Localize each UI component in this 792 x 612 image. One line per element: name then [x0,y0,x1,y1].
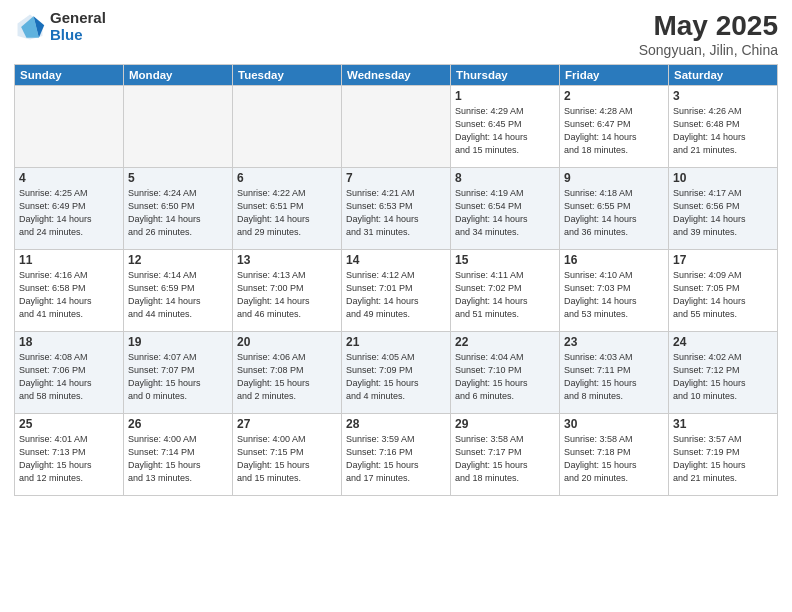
table-row: 29Sunrise: 3:58 AM Sunset: 7:17 PM Dayli… [451,414,560,496]
col-saturday: Saturday [669,65,778,86]
day-number: 26 [128,417,228,431]
day-info: Sunrise: 4:00 AM Sunset: 7:14 PM Dayligh… [128,433,228,485]
logo-icon [14,11,46,43]
table-row [15,86,124,168]
day-info: Sunrise: 4:16 AM Sunset: 6:58 PM Dayligh… [19,269,119,321]
table-row: 8Sunrise: 4:19 AM Sunset: 6:54 PM Daylig… [451,168,560,250]
table-row: 4Sunrise: 4:25 AM Sunset: 6:49 PM Daylig… [15,168,124,250]
day-number: 19 [128,335,228,349]
day-info: Sunrise: 4:24 AM Sunset: 6:50 PM Dayligh… [128,187,228,239]
day-info: Sunrise: 4:02 AM Sunset: 7:12 PM Dayligh… [673,351,773,403]
title-month: May 2025 [639,10,778,42]
calendar-week-3: 11Sunrise: 4:16 AM Sunset: 6:58 PM Dayli… [15,250,778,332]
calendar-header-row: Sunday Monday Tuesday Wednesday Thursday… [15,65,778,86]
calendar-week-1: 1Sunrise: 4:29 AM Sunset: 6:45 PM Daylig… [15,86,778,168]
col-thursday: Thursday [451,65,560,86]
day-number: 1 [455,89,555,103]
day-info: Sunrise: 4:07 AM Sunset: 7:07 PM Dayligh… [128,351,228,403]
table-row: 18Sunrise: 4:08 AM Sunset: 7:06 PM Dayli… [15,332,124,414]
day-number: 22 [455,335,555,349]
day-info: Sunrise: 4:19 AM Sunset: 6:54 PM Dayligh… [455,187,555,239]
table-row: 31Sunrise: 3:57 AM Sunset: 7:19 PM Dayli… [669,414,778,496]
table-row: 13Sunrise: 4:13 AM Sunset: 7:00 PM Dayli… [233,250,342,332]
table-row: 7Sunrise: 4:21 AM Sunset: 6:53 PM Daylig… [342,168,451,250]
day-info: Sunrise: 4:09 AM Sunset: 7:05 PM Dayligh… [673,269,773,321]
title-location: Songyuan, Jilin, China [639,42,778,58]
table-row: 12Sunrise: 4:14 AM Sunset: 6:59 PM Dayli… [124,250,233,332]
logo: General Blue [14,10,106,43]
day-info: Sunrise: 4:14 AM Sunset: 6:59 PM Dayligh… [128,269,228,321]
table-row [342,86,451,168]
day-info: Sunrise: 3:59 AM Sunset: 7:16 PM Dayligh… [346,433,446,485]
day-number: 4 [19,171,119,185]
day-number: 15 [455,253,555,267]
day-info: Sunrise: 4:12 AM Sunset: 7:01 PM Dayligh… [346,269,446,321]
day-info: Sunrise: 4:13 AM Sunset: 7:00 PM Dayligh… [237,269,337,321]
day-info: Sunrise: 4:29 AM Sunset: 6:45 PM Dayligh… [455,105,555,157]
logo-blue-text: Blue [50,27,106,44]
day-info: Sunrise: 4:00 AM Sunset: 7:15 PM Dayligh… [237,433,337,485]
col-monday: Monday [124,65,233,86]
day-info: Sunrise: 4:21 AM Sunset: 6:53 PM Dayligh… [346,187,446,239]
day-number: 24 [673,335,773,349]
title-block: May 2025 Songyuan, Jilin, China [639,10,778,58]
table-row: 17Sunrise: 4:09 AM Sunset: 7:05 PM Dayli… [669,250,778,332]
day-number: 9 [564,171,664,185]
col-tuesday: Tuesday [233,65,342,86]
day-info: Sunrise: 4:22 AM Sunset: 6:51 PM Dayligh… [237,187,337,239]
table-row: 27Sunrise: 4:00 AM Sunset: 7:15 PM Dayli… [233,414,342,496]
day-info: Sunrise: 4:06 AM Sunset: 7:08 PM Dayligh… [237,351,337,403]
day-number: 7 [346,171,446,185]
col-sunday: Sunday [15,65,124,86]
col-friday: Friday [560,65,669,86]
calendar-week-5: 25Sunrise: 4:01 AM Sunset: 7:13 PM Dayli… [15,414,778,496]
table-row: 1Sunrise: 4:29 AM Sunset: 6:45 PM Daylig… [451,86,560,168]
table-row: 3Sunrise: 4:26 AM Sunset: 6:48 PM Daylig… [669,86,778,168]
header: General Blue May 2025 Songyuan, Jilin, C… [14,10,778,58]
day-number: 16 [564,253,664,267]
day-number: 11 [19,253,119,267]
day-info: Sunrise: 4:05 AM Sunset: 7:09 PM Dayligh… [346,351,446,403]
day-info: Sunrise: 3:58 AM Sunset: 7:18 PM Dayligh… [564,433,664,485]
table-row: 21Sunrise: 4:05 AM Sunset: 7:09 PM Dayli… [342,332,451,414]
table-row: 28Sunrise: 3:59 AM Sunset: 7:16 PM Dayli… [342,414,451,496]
day-number: 28 [346,417,446,431]
day-number: 29 [455,417,555,431]
day-number: 6 [237,171,337,185]
table-row: 10Sunrise: 4:17 AM Sunset: 6:56 PM Dayli… [669,168,778,250]
day-info: Sunrise: 4:10 AM Sunset: 7:03 PM Dayligh… [564,269,664,321]
day-number: 31 [673,417,773,431]
day-number: 20 [237,335,337,349]
day-info: Sunrise: 3:58 AM Sunset: 7:17 PM Dayligh… [455,433,555,485]
day-info: Sunrise: 4:11 AM Sunset: 7:02 PM Dayligh… [455,269,555,321]
table-row: 11Sunrise: 4:16 AM Sunset: 6:58 PM Dayli… [15,250,124,332]
table-row: 5Sunrise: 4:24 AM Sunset: 6:50 PM Daylig… [124,168,233,250]
logo-text: General Blue [50,10,106,43]
day-info: Sunrise: 4:08 AM Sunset: 7:06 PM Dayligh… [19,351,119,403]
table-row: 9Sunrise: 4:18 AM Sunset: 6:55 PM Daylig… [560,168,669,250]
calendar-week-4: 18Sunrise: 4:08 AM Sunset: 7:06 PM Dayli… [15,332,778,414]
table-row: 22Sunrise: 4:04 AM Sunset: 7:10 PM Dayli… [451,332,560,414]
day-number: 17 [673,253,773,267]
table-row: 14Sunrise: 4:12 AM Sunset: 7:01 PM Dayli… [342,250,451,332]
calendar-table: Sunday Monday Tuesday Wednesday Thursday… [14,64,778,496]
calendar-week-2: 4Sunrise: 4:25 AM Sunset: 6:49 PM Daylig… [15,168,778,250]
day-number: 3 [673,89,773,103]
day-info: Sunrise: 4:28 AM Sunset: 6:47 PM Dayligh… [564,105,664,157]
day-number: 23 [564,335,664,349]
day-info: Sunrise: 4:01 AM Sunset: 7:13 PM Dayligh… [19,433,119,485]
table-row: 19Sunrise: 4:07 AM Sunset: 7:07 PM Dayli… [124,332,233,414]
day-info: Sunrise: 3:57 AM Sunset: 7:19 PM Dayligh… [673,433,773,485]
day-number: 30 [564,417,664,431]
table-row [124,86,233,168]
day-number: 14 [346,253,446,267]
day-info: Sunrise: 4:03 AM Sunset: 7:11 PM Dayligh… [564,351,664,403]
table-row [233,86,342,168]
table-row: 6Sunrise: 4:22 AM Sunset: 6:51 PM Daylig… [233,168,342,250]
day-number: 27 [237,417,337,431]
table-row: 16Sunrise: 4:10 AM Sunset: 7:03 PM Dayli… [560,250,669,332]
day-number: 21 [346,335,446,349]
table-row: 26Sunrise: 4:00 AM Sunset: 7:14 PM Dayli… [124,414,233,496]
table-row: 30Sunrise: 3:58 AM Sunset: 7:18 PM Dayli… [560,414,669,496]
day-number: 8 [455,171,555,185]
